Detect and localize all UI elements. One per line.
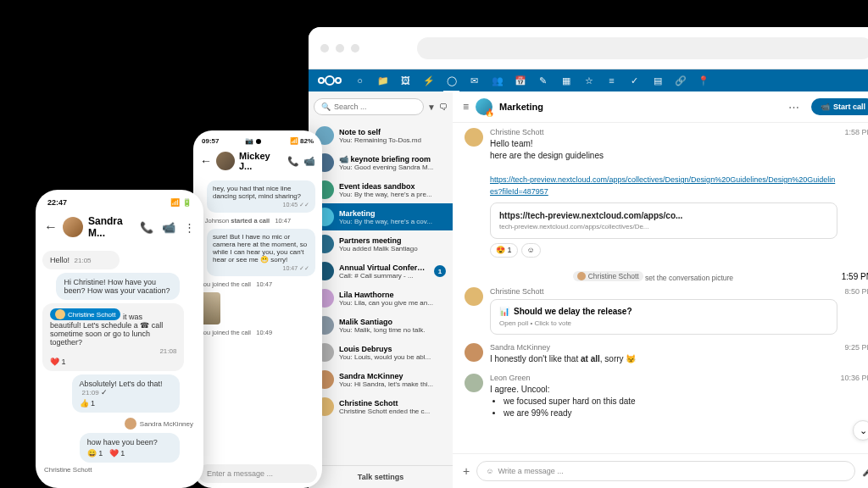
menu-icon[interactable]: ≡ xyxy=(463,101,469,113)
more-icon[interactable]: ⋮ xyxy=(184,221,195,234)
microphone-icon[interactable]: 🎤 xyxy=(862,465,868,477)
conversation-title: Marketing xyxy=(499,102,782,112)
attach-icon[interactable]: + xyxy=(463,464,470,478)
scroll-down-button[interactable]: ⌄ xyxy=(853,420,868,441)
system-action: set the conversation picture xyxy=(645,274,733,282)
message-list-item: we focused super hard on this date xyxy=(504,396,833,408)
phone-icon[interactable]: 📞 xyxy=(287,156,299,167)
more-icon[interactable]: ⋯ xyxy=(788,101,799,114)
files-icon[interactable]: 📁 xyxy=(377,75,388,86)
window-dot[interactable] xyxy=(351,44,359,53)
message-input[interactable]: Enter a message ... xyxy=(198,464,317,483)
chat-header: ≡ Marketing ⋯ 📹 Start call xyxy=(453,92,868,123)
avatar[interactable] xyxy=(216,152,235,170)
avatar[interactable] xyxy=(63,217,83,237)
conversation-item[interactable]: Partners meeting You added Malik Santiag… xyxy=(309,230,453,258)
conversation-item[interactable]: Christine Schott Christine Schott ended … xyxy=(309,393,453,420)
reaction-button[interactable]: 😍 1 xyxy=(490,243,518,258)
notes-icon[interactable]: ✎ xyxy=(537,75,548,86)
back-icon[interactable]: ← xyxy=(44,219,58,235)
conversation-item[interactable]: Event ideas sandbox You: By the way, her… xyxy=(309,176,453,203)
message-text: sure! But I have no mic or camera here a… xyxy=(213,233,307,263)
system-message: Christine Schott set the conversation pi… xyxy=(465,271,842,282)
sender-name: Christine Schott xyxy=(490,287,837,296)
video-icon[interactable]: 📹 xyxy=(303,156,315,167)
reaction[interactable]: 😄 1 xyxy=(87,449,103,458)
window-dot[interactable] xyxy=(320,44,329,53)
url-bar[interactable] xyxy=(417,37,868,59)
sender-name: Christine Schott xyxy=(490,128,837,136)
tasks-icon[interactable]: ✓ xyxy=(629,75,640,86)
conversation-sidebar: 🔍 Search ... ▼ 🗨 Note to self You: Remai… xyxy=(309,92,453,488)
conversation-subtitle: You added Malik Santiago xyxy=(339,245,446,252)
contact-name[interactable]: Sandra M... xyxy=(88,215,131,239)
conversation-item[interactable]: Louis Debruys You: Louis, would you be a… xyxy=(309,339,453,366)
talk-icon[interactable]: ◯ xyxy=(446,75,457,86)
message-link[interactable]: https://tech-preview.nextcloud.com/apps/… xyxy=(490,175,835,196)
conversation-item[interactable]: Marketing You: By the way, here's a cov.… xyxy=(309,203,453,230)
message: Christine Schott 📊Should we delay the re… xyxy=(465,287,868,335)
contacts-icon[interactable]: 👥 xyxy=(492,75,503,86)
conversation-item[interactable]: Malik Santiago You: Malik, long time no … xyxy=(309,312,453,339)
mail-icon[interactable]: ✉ xyxy=(469,75,480,86)
message-time: 1:59 PM xyxy=(842,272,868,281)
window-dot[interactable] xyxy=(336,44,344,53)
search-input[interactable]: 🔍 Search ... xyxy=(314,98,424,115)
message-text: Absolutely! Let's do that! xyxy=(80,380,163,388)
message-time: 8:50 PM xyxy=(844,287,868,296)
message-time: 9:25 PM xyxy=(844,343,868,352)
reaction[interactable]: 👍 1 xyxy=(80,399,172,408)
link-icon[interactable]: 🔗 xyxy=(675,75,686,86)
add-reaction-button[interactable]: ☺ xyxy=(521,243,541,258)
message-text: Hello team! xyxy=(490,138,837,150)
list-icon[interactable]: ≡ xyxy=(606,75,617,86)
talk-settings-button[interactable]: Talk settings xyxy=(309,465,453,488)
message: Leon Green I agree. Uncool: we focused s… xyxy=(465,374,868,419)
back-icon[interactable]: ← xyxy=(200,154,212,168)
message-outgoing: Absolutely! Let's do that! 21:09 ✓ 👍 1 xyxy=(72,374,180,413)
dashboard-icon[interactable]: ○ xyxy=(354,75,365,86)
conversation-title: Event ideas sandbox xyxy=(339,182,446,191)
calendar-icon[interactable]: 📅 xyxy=(515,75,526,86)
bookmarks-icon[interactable]: ☆ xyxy=(583,75,594,86)
message-text: I agree. Uncool: xyxy=(490,384,833,396)
new-conversation-icon[interactable]: 🗨 xyxy=(439,103,448,112)
avatar xyxy=(465,343,483,362)
poll-title: Should we delay the release? xyxy=(514,307,632,316)
conversation-subtitle: You: Louis, would you be abl... xyxy=(339,353,446,361)
conversation-list: Note to self You: Remaining To-Dos.md 📹 … xyxy=(309,122,453,465)
reaction[interactable]: ❤️ 1 xyxy=(109,449,125,458)
link-preview-card[interactable]: https://tech-preview.nextcloud.com/apps/… xyxy=(490,202,837,239)
filter-icon[interactable]: ▼ xyxy=(427,103,436,112)
conversation-title: 📹 keynote briefing room xyxy=(339,155,446,164)
reaction[interactable]: ❤️ 1 xyxy=(50,358,176,366)
maps-icon[interactable]: 📍 xyxy=(698,75,709,86)
video-icon[interactable]: 📹 xyxy=(162,221,175,234)
conversation-item[interactable]: 📹 keynote briefing room You: Good evenin… xyxy=(309,149,453,176)
avatar-icon xyxy=(55,309,65,319)
avatar xyxy=(465,287,483,306)
conversation-subtitle: You: Good evening Sandra M... xyxy=(339,164,446,171)
sender-label: Sandra McKinney xyxy=(46,418,193,430)
emoji-icon[interactable]: ☺ xyxy=(486,467,493,475)
photos-icon[interactable]: 🖼 xyxy=(400,75,411,86)
phone-mockup-1: 22:47 📶 🔋 ← Sandra M... 📞 📹 ⋮ Hello! 21:… xyxy=(36,190,203,488)
conversation-item[interactable]: Annual Virtual Conference Call: # Call s… xyxy=(309,258,453,285)
message-input[interactable]: ☺ Write a message ... xyxy=(476,461,855,481)
conversation-item[interactable]: Note to self You: Remaining To-Dos.md xyxy=(309,122,453,149)
phone-icon[interactable]: 📞 xyxy=(140,221,153,234)
conversation-item[interactable]: Sandra McKinney You: Hi Sandra, let's ma… xyxy=(309,366,453,393)
chat-main: ≡ Marketing ⋯ 📹 Start call Christine Sch… xyxy=(453,92,868,488)
message-incoming: Christine Schott it was beautiful! Let's… xyxy=(42,303,184,371)
deck-icon[interactable]: ▦ xyxy=(560,75,571,86)
tables-icon[interactable]: ▤ xyxy=(652,75,663,86)
chat-header: ← Sandra M... 📞 📹 ⋮ xyxy=(36,210,203,244)
nextcloud-logo[interactable] xyxy=(317,75,342,86)
contact-name[interactable]: Mickey J... xyxy=(239,151,283,171)
poll-card[interactable]: 📊Should we delay the release? Open poll … xyxy=(490,299,837,335)
message: Christine Schott Hello team! here are th… xyxy=(465,128,868,258)
conversation-item[interactable]: Lila Hawthorne You: Lila, can you give m… xyxy=(309,285,453,312)
search-placeholder: Search ... xyxy=(334,103,367,111)
start-call-button[interactable]: 📹 Start call xyxy=(811,98,868,115)
activity-icon[interactable]: ⚡ xyxy=(423,75,434,86)
